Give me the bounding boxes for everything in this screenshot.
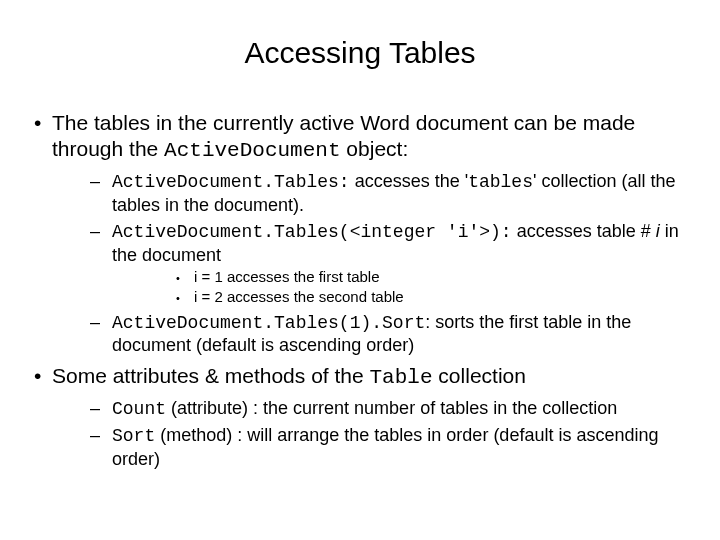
bullet-list-level1: The tables in the currently active Word … — [28, 110, 692, 471]
subsub-i1: i = 1 accesses the first table — [158, 268, 692, 287]
bullet-list-level3: i = 1 accesses the first table i = 2 acc… — [112, 268, 692, 307]
code-table: Table — [370, 366, 433, 389]
text: (method) : will arrange the tables in or… — [112, 425, 658, 469]
code-sort2: Sort — [112, 426, 155, 446]
subpoint-sort-method: Sort (method) : will arrange the tables … — [72, 424, 692, 470]
text: i = 2 accesses the second table — [194, 288, 404, 305]
code-activedocument: ActiveDocument — [164, 139, 340, 162]
subpoint-tables-all: ActiveDocument.Tables: accesses the 'tab… — [72, 170, 692, 216]
text: object: — [341, 137, 409, 160]
text: Some attributes & methods of the — [52, 364, 370, 387]
subsub-i2: i = 2 accesses the second table — [158, 288, 692, 307]
subpoint-count: Count (attribute) : the current number o… — [72, 397, 692, 421]
code-tables: ActiveDocument.Tables: — [112, 172, 350, 192]
slide-title: Accessing Tables — [28, 34, 692, 72]
text: accesses the ' — [350, 171, 469, 191]
code-tables-word: tables — [468, 172, 533, 192]
code-tables-int: ActiveDocument.Tables(<integer 'i'>): — [112, 222, 512, 242]
subpoint-sort: ActiveDocument.Tables(1).Sort: sorts the… — [72, 311, 692, 357]
code-count: Count — [112, 399, 166, 419]
text: accesses table # — [512, 221, 656, 241]
code-sort: ActiveDocument.Tables(1).Sort — [112, 313, 425, 333]
point-intro: The tables in the currently active Word … — [28, 110, 692, 357]
bullet-list-level2: ActiveDocument.Tables: accesses the 'tab… — [52, 170, 692, 357]
subpoint-tables-index: ActiveDocument.Tables(<integer 'i'>): ac… — [72, 220, 692, 307]
bullet-list-level2b: Count (attribute) : the current number o… — [52, 397, 692, 471]
text: (attribute) : the current number of tabl… — [166, 398, 617, 418]
text: collection — [433, 364, 526, 387]
point-attributes: Some attributes & methods of the Table c… — [28, 363, 692, 471]
text: i = 1 accesses the first table — [194, 268, 380, 285]
